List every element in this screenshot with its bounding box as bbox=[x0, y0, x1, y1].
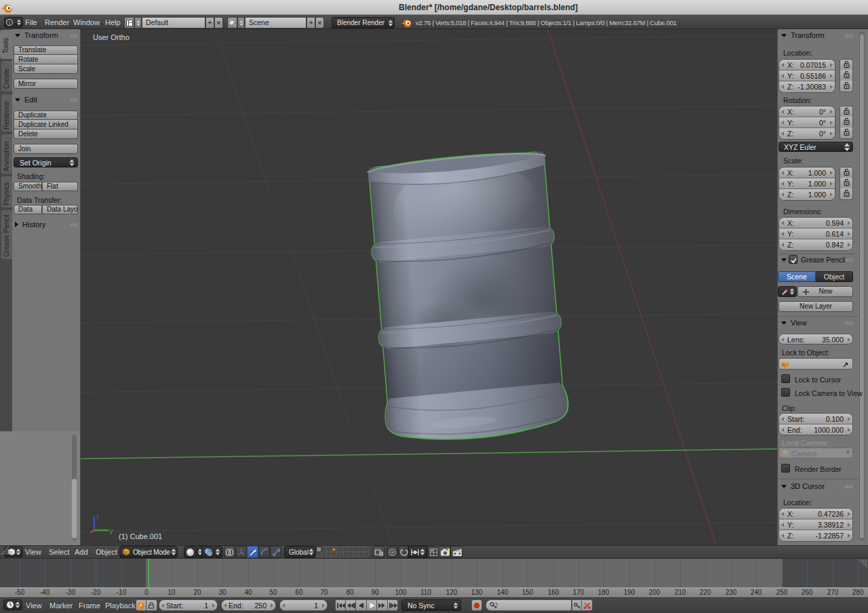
svg-text:y: y bbox=[110, 528, 113, 534]
svg-text:z: z bbox=[96, 513, 100, 520]
svg-text:User Ortho: User Ortho bbox=[93, 33, 130, 41]
svg-text:(1) Cube.001: (1) Cube.001 bbox=[119, 532, 162, 540]
